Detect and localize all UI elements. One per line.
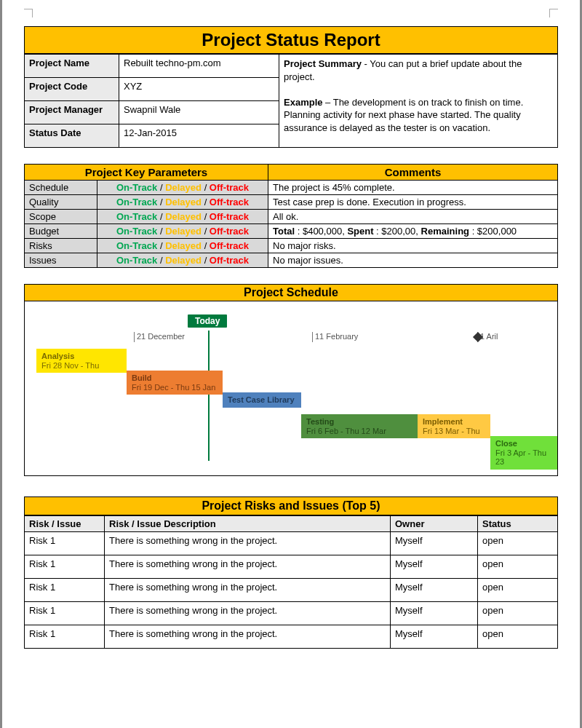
risks-cell: Risk 1 [25, 532, 105, 555]
risks-cell: There is something wrong in the project. [105, 625, 391, 649]
risks-col: Owner [391, 516, 478, 532]
param-name: Risks [25, 239, 97, 253]
risks-cell: Risk 1 [25, 555, 105, 579]
params-header-left: Project Key Parameters [25, 165, 268, 181]
field-label: Project Code [25, 78, 119, 101]
risks-cell: open [478, 555, 558, 579]
param-name: Quality [25, 195, 97, 210]
field-value: Swapnil Wale [119, 101, 279, 124]
risks-col: Status [478, 516, 558, 532]
param-status: On-Track / Delayed / Off-track [97, 210, 268, 224]
params-header-right: Comments [268, 165, 558, 181]
risks-cell: Myself [391, 555, 478, 579]
param-name: Issues [25, 253, 97, 268]
axis-tick: 21 December [134, 332, 185, 342]
risks-cell: open [478, 625, 558, 649]
risks-cell: Myself [391, 625, 478, 649]
document-page: Project Status Report Project Name Rebui… [0, 0, 582, 728]
risks-cell: Myself [391, 532, 478, 555]
risks-cell: Myself [391, 579, 478, 602]
gantt-bar: Test Case Library [223, 392, 301, 408]
field-value: 12-Jan-2015 [119, 124, 279, 148]
risks-cell: Risk 1 [25, 602, 105, 625]
risks-cell: There is something wrong in the project. [105, 602, 391, 625]
risks-title: Project Risks and Issues (Top 5) [24, 496, 558, 515]
risks-cell: There is something wrong in the project. [105, 532, 391, 555]
schedule-title: Project Schedule [24, 284, 558, 301]
today-marker-label: Today [188, 314, 227, 328]
field-label: Project Manager [25, 101, 119, 124]
risks-cell: open [478, 579, 558, 602]
field-value: Rebuilt techno-pm.com [119, 55, 279, 78]
today-marker-line [208, 331, 210, 461]
field-value: XYZ [119, 78, 279, 101]
param-comment: Test case prep is done. Execution in pro… [268, 195, 558, 210]
param-status: On-Track / Delayed / Off-track [97, 253, 268, 268]
report-title: Project Status Report [24, 26, 558, 54]
param-status: On-Track / Delayed / Off-track [97, 239, 268, 253]
param-name: Budget [25, 224, 97, 239]
gantt-bar: AnalysisFri 28 Nov - Thu [36, 349, 127, 373]
risks-cell: Risk 1 [25, 625, 105, 649]
schedule-gantt: Today21 December11 February1 ArilAnalysi… [24, 301, 558, 476]
example-label: Example [284, 97, 322, 108]
param-name: Scope [25, 210, 97, 224]
risks-cell: There is something wrong in the project. [105, 579, 391, 602]
risks-cell: open [478, 532, 558, 555]
field-label: Project Name [25, 55, 119, 78]
gantt-bar: BuildFri 19 Dec - Thu 15 Jan [127, 371, 223, 395]
risks-col: Risk / Issue [25, 516, 105, 532]
param-comment: Total : $400,000, Spent : $200,00, Remai… [268, 224, 558, 239]
param-comment: The project is 45% complete. [268, 181, 558, 195]
field-label: Status Date [25, 124, 119, 148]
risks-table: Risk / Issue Risk / Issue Description Ow… [24, 515, 558, 649]
param-name: Schedule [25, 181, 97, 195]
key-parameters-table: Project Key Parameters Comments Schedule… [24, 164, 558, 268]
axis-tick: 11 February [312, 332, 358, 342]
param-status: On-Track / Delayed / Off-track [97, 224, 268, 239]
param-status: On-Track / Delayed / Off-track [97, 195, 268, 210]
project-summary-cell: Project Summary - You can put a brief up… [279, 55, 558, 148]
risks-cell: There is something wrong in the project. [105, 555, 391, 579]
risks-col: Risk / Issue Description [105, 516, 391, 532]
gantt-bar: CloseFri 3 Apr - Thu 23 [490, 436, 558, 470]
risks-cell: open [478, 602, 558, 625]
margin-guide-icon [549, 9, 558, 17]
summary-label: Project Summary [284, 58, 362, 69]
gantt-bar: TestingFri 6 Feb - Thu 12 Mar [301, 414, 418, 438]
param-comment: No major issues. [268, 253, 558, 268]
project-header-table: Project Name Rebuilt techno-pm.com Proje… [24, 54, 558, 148]
risks-cell: Risk 1 [25, 579, 105, 602]
margin-guide-icon [24, 9, 33, 17]
param-comment: No major risks. [268, 239, 558, 253]
param-comment: All ok. [268, 210, 558, 224]
param-status: On-Track / Delayed / Off-track [97, 181, 268, 195]
gantt-bar: ImplementFri 13 Mar - Thu [418, 414, 490, 438]
risks-cell: Myself [391, 602, 478, 625]
